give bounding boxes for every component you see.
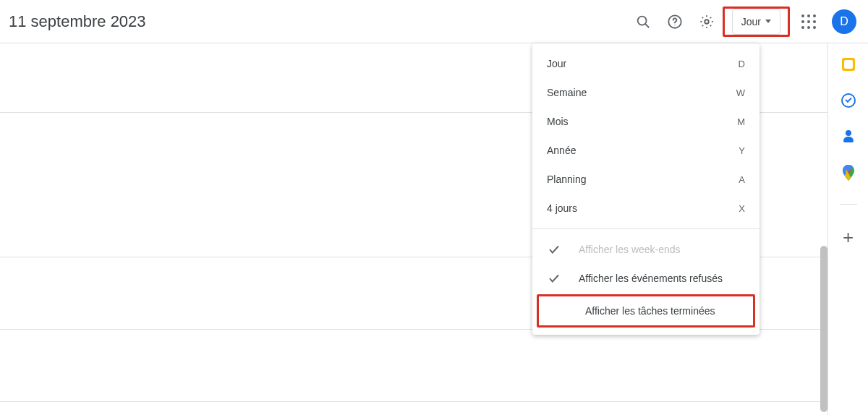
view-option[interactable]: PlanningA	[532, 165, 760, 194]
view-selector-label: Jour	[741, 16, 761, 27]
tasks-icon[interactable]	[841, 93, 856, 108]
toggle-option-label: Afficher les événements refusés	[579, 273, 723, 284]
header: 11 septembre 2023 Jour D	[0, 0, 868, 43]
search-icon[interactable]	[629, 7, 658, 36]
svg-point-0	[637, 16, 646, 25]
view-option-label: Semaine	[547, 87, 736, 98]
view-option-shortcut: X	[739, 203, 745, 214]
view-option[interactable]: JourD	[532, 49, 760, 78]
view-option-label: Jour	[547, 58, 739, 69]
side-panel: +	[827, 43, 868, 415]
view-option-label: Planning	[547, 174, 739, 185]
contacts-icon[interactable]	[841, 129, 856, 145]
google-apps-icon[interactable]	[794, 7, 823, 36]
toggle-option[interactable]: Afficher les tâches terminées	[539, 296, 753, 325]
view-option-shortcut: W	[736, 87, 745, 98]
page-title: 11 septembre 2023	[9, 12, 146, 31]
svg-point-3	[674, 25, 675, 25]
view-dropdown-menu: JourDSemaineWMoisMAnnéeYPlanningA4 jours…	[532, 43, 760, 335]
help-icon[interactable]	[660, 7, 689, 36]
toggle-option[interactable]: Afficher les événements refusés	[532, 264, 760, 293]
check-icon	[553, 304, 568, 318]
highlighted-toggle: Afficher les tâches terminées	[537, 294, 755, 328]
side-panel-separator	[840, 204, 857, 205]
view-option-label: 4 jours	[547, 202, 739, 214]
settings-icon[interactable]	[692, 7, 721, 36]
account-avatar[interactable]: D	[832, 9, 856, 34]
view-option-shortcut: Y	[739, 145, 745, 156]
toggle-option[interactable]: Afficher les week-ends	[532, 235, 760, 264]
keep-icon[interactable]	[841, 56, 856, 72]
view-option-label: Mois	[547, 116, 737, 127]
check-icon	[547, 242, 561, 257]
hour-gridline	[0, 401, 827, 402]
scrollbar[interactable]	[820, 246, 827, 412]
svg-line-1	[645, 23, 649, 27]
maps-icon[interactable]	[841, 165, 856, 181]
dropdown-separator	[532, 228, 760, 229]
svg-point-4	[705, 20, 709, 24]
view-option[interactable]: SemaineW	[532, 78, 760, 107]
view-option[interactable]: AnnéeY	[532, 136, 760, 165]
calendar-grid[interactable]: JourDSemaineWMoisMAnnéeYPlanningA4 jours…	[0, 43, 827, 415]
toggle-option-label: Afficher les week-ends	[579, 244, 681, 255]
view-selector-button[interactable]: Jour	[732, 9, 780, 35]
view-option[interactable]: MoisM	[532, 107, 760, 136]
chevron-down-icon	[765, 20, 771, 23]
view-button-highlight: Jour	[723, 7, 790, 37]
view-option-shortcut: D	[739, 59, 745, 69]
add-addon-icon[interactable]: +	[843, 228, 854, 247]
view-option-shortcut: M	[737, 116, 745, 127]
check-icon	[547, 271, 561, 286]
view-option-shortcut: A	[739, 174, 745, 185]
view-option-label: Année	[547, 145, 739, 156]
toggle-option-label: Afficher les tâches terminées	[585, 305, 715, 317]
view-option[interactable]: 4 joursX	[532, 194, 760, 223]
main-area: JourDSemaineWMoisMAnnéeYPlanningA4 jours…	[0, 43, 868, 415]
